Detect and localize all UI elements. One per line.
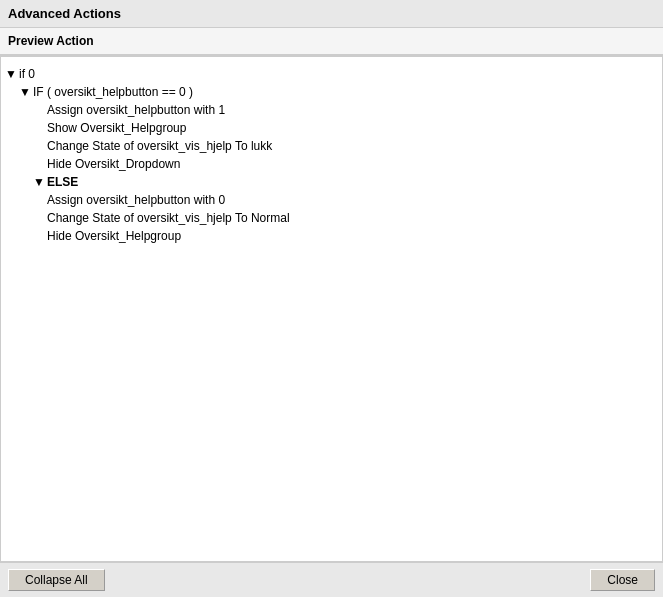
if-action-3: Change State of oversikt_vis_hjelp To lu…: [47, 137, 658, 155]
app-title: Advanced Actions: [8, 6, 121, 21]
if-action-2: Show Oversikt_Helpgroup: [47, 119, 658, 137]
else-action-3-text: Hide Oversikt_Helpgroup: [47, 229, 181, 243]
if0-row: ▼ if 0: [5, 65, 658, 83]
else-label: ELSE: [47, 175, 78, 189]
if-block-node: ▼ IF ( oversikt_helpbutton == 0 ) Assign…: [19, 83, 658, 245]
if-condition-row: ▼ IF ( oversikt_helpbutton == 0 ): [19, 83, 658, 101]
collapse-all-button[interactable]: Collapse All: [8, 569, 105, 591]
title-bar: Advanced Actions: [0, 0, 663, 28]
preview-action-bar: Preview Action: [0, 28, 663, 56]
main-content: ▼ if 0 ▼ IF ( oversikt_helpbutton == 0 )…: [0, 56, 663, 562]
if-action-4-text: Hide Oversikt_Dropdown: [47, 157, 180, 171]
close-button[interactable]: Close: [590, 569, 655, 591]
if0-node: ▼ if 0 ▼ IF ( oversikt_helpbutton == 0 )…: [5, 65, 658, 245]
if-action-1-text: Assign oversikt_helpbutton with 1: [47, 103, 225, 117]
if-actions: Assign oversikt_helpbutton with 1 Show O…: [47, 101, 658, 173]
else-row: ▼ ELSE: [33, 173, 658, 191]
if-action-2-text: Show Oversikt_Helpgroup: [47, 121, 186, 135]
if-toggle-icon[interactable]: ▼: [19, 86, 31, 98]
if-condition: IF ( oversikt_helpbutton == 0 ): [33, 85, 193, 99]
else-block-node: ▼ ELSE Assign oversikt_helpbutton with 0…: [19, 173, 658, 245]
else-toggle-icon[interactable]: ▼: [33, 176, 45, 188]
else-action-2: Change State of oversikt_vis_hjelp To No…: [47, 209, 658, 227]
else-action-2-text: Change State of oversikt_vis_hjelp To No…: [47, 211, 290, 225]
else-action-1-text: Assign oversikt_helpbutton with 0: [47, 193, 225, 207]
preview-action-label: Preview Action: [8, 34, 94, 48]
else-actions: Assign oversikt_helpbutton with 0 Change…: [47, 191, 658, 245]
else-action-3: Hide Oversikt_Helpgroup: [47, 227, 658, 245]
if0-toggle-icon[interactable]: ▼: [5, 68, 17, 80]
if-action-3-text: Change State of oversikt_vis_hjelp To lu…: [47, 139, 272, 153]
if-action-1: Assign oversikt_helpbutton with 1: [47, 101, 658, 119]
if0-label: if 0: [19, 67, 35, 81]
footer: Collapse All Close: [0, 562, 663, 597]
else-action-1: Assign oversikt_helpbutton with 0: [47, 191, 658, 209]
if-action-4: Hide Oversikt_Dropdown: [47, 155, 658, 173]
